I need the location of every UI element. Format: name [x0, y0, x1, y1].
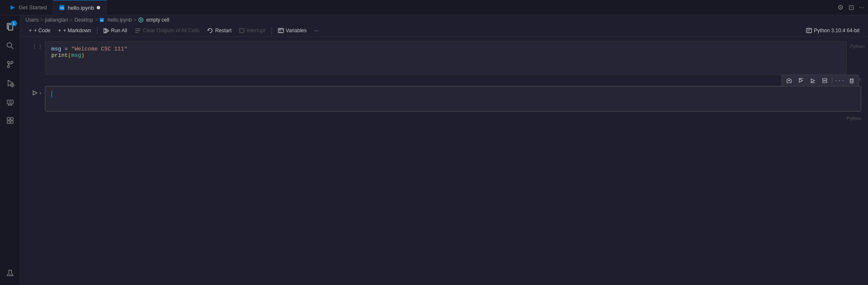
activity-lab[interactable] [2, 265, 19, 282]
cell-1-content[interactable]: msg = "Welcome CSC 111" print(msg) [45, 41, 847, 75]
files-badge: 1 [11, 20, 17, 26]
activity-run-debug[interactable] [2, 75, 19, 92]
main-container: 1 [0, 15, 868, 285]
toolbar-sep-2 [272, 27, 272, 34]
search-icon [6, 42, 14, 50]
add-markdown-icon: + [58, 28, 61, 34]
toolbar-more-icon: ··· [314, 28, 319, 34]
cell-more-icon: ··· [834, 78, 844, 84]
activity-remote[interactable] [2, 93, 19, 110]
cell-1-line-1: msg = "Welcome CSC 111" [51, 46, 840, 52]
breadcrumb-cell[interactable]: empty cell [146, 17, 169, 23]
svg-rect-34 [135, 30, 140, 31]
run-all-button[interactable]: Run All [100, 26, 131, 35]
cell-1-paren-open: ( [68, 52, 71, 59]
cell-2-wrapper: ▾ [20, 85, 868, 112]
cell-2-toolbar: ··· [781, 75, 859, 87]
variables-icon [278, 28, 284, 34]
svg-rect-21 [7, 121, 10, 123]
run-cell-above-btn[interactable] [795, 76, 806, 85]
svg-line-5 [11, 47, 13, 49]
source-control-icon [6, 60, 14, 69]
tab-get-started-label: Get Started [19, 4, 47, 11]
run-above-btn[interactable] [784, 76, 795, 85]
split-cell-icon [822, 78, 828, 84]
svg-rect-33 [135, 28, 140, 29]
svg-marker-44 [33, 91, 37, 95]
tab-hello-ipynb[interactable]: nb hello.ipynb [53, 0, 106, 15]
svg-point-24 [9, 274, 10, 275]
split-cell-btn[interactable] [819, 76, 830, 85]
kernel-selector[interactable]: Python 3.10.4 64-bit [803, 26, 863, 35]
activity-search[interactable] [2, 37, 19, 54]
breadcrumb-desktop[interactable]: Desktop [74, 17, 93, 23]
svg-rect-35 [135, 32, 139, 33]
add-code-label: + Code [34, 28, 50, 34]
breadcrumb-users[interactable]: Users [25, 17, 39, 23]
cell-2-content[interactable]: ··· [45, 86, 861, 112]
svg-rect-22 [11, 121, 13, 123]
delete-cell-btn[interactable] [846, 76, 857, 85]
cell-1-run[interactable]: [ ] [24, 41, 45, 49]
cell-1-line-2: print(msg) [51, 52, 840, 59]
cell-more-btn[interactable]: ··· [834, 76, 845, 85]
cell-1-paren-close: ) [81, 52, 84, 59]
breadcrumb-sep-2: > [70, 17, 73, 23]
cell-breadcrumb-icon [138, 17, 143, 22]
cell-1-wrapper: [ ] msg = "Welcome CSC 111" print(msg) P… [20, 40, 868, 76]
cell-1-op: = [64, 46, 71, 52]
variables-button[interactable]: Variables [274, 26, 310, 35]
restart-button[interactable]: Restart [204, 26, 235, 35]
breadcrumb-jialiangtan[interactable]: jialiangtan [45, 17, 68, 23]
add-markdown-button[interactable]: + + Markdown [55, 26, 95, 35]
layout-icon[interactable]: ⊡ [848, 3, 854, 11]
breadcrumb-notebook[interactable]: hello.ipynb [107, 17, 132, 23]
activity-extensions[interactable] [2, 112, 19, 129]
add-code-button[interactable]: + + Code [25, 26, 54, 35]
tab-get-started[interactable]: Get Started [3, 0, 53, 15]
interrupt-label: Interrupt [246, 28, 266, 34]
delete-cell-icon [849, 78, 854, 84]
restart-label: Restart [215, 28, 232, 34]
interrupt-icon [239, 28, 244, 33]
interrupt-button[interactable]: Interrupt [236, 26, 269, 35]
run-cell-above-icon [798, 78, 804, 84]
kernel-icon [806, 28, 812, 34]
vscode-icon [9, 4, 16, 11]
breadcrumb-sep-4: > [134, 17, 137, 23]
add-markdown-label: + Markdown [63, 28, 91, 34]
notebook-toolbar: + + Code + + Markdown Run All [20, 25, 868, 37]
add-code-icon: + [29, 28, 32, 34]
svg-marker-46 [788, 80, 790, 81]
more-icon[interactable]: ··· [859, 4, 865, 11]
run-cell-below-btn[interactable] [807, 76, 818, 85]
cell-1-footer: Python [850, 41, 865, 49]
svg-point-7 [7, 66, 9, 68]
tab-bar-controls: ⚙ ⊡ ··· [837, 3, 865, 11]
svg-rect-51 [823, 78, 827, 80]
breadcrumb-sep-1: > [40, 17, 43, 23]
cell-2-run-btn[interactable]: ▾ [24, 86, 45, 95]
kernel-label: Python 3.10.4 64-bit [814, 28, 860, 34]
svg-text:nb: nb [60, 6, 64, 10]
run-debug-icon [6, 79, 14, 87]
variables-label: Variables [286, 28, 307, 34]
svg-rect-52 [823, 81, 827, 83]
cell-2-lang-bottom: Python [847, 116, 861, 121]
svg-rect-20 [11, 117, 13, 120]
settings-icon[interactable]: ⚙ [837, 3, 843, 11]
toolbar-right: Python 3.10.4 64-bit [803, 26, 863, 35]
svg-marker-47 [799, 79, 803, 82]
cell-2-run[interactable]: ▾ [32, 89, 42, 95]
activity-files[interactable]: 1 [2, 19, 19, 36]
svg-rect-38 [278, 28, 283, 33]
activity-source-control[interactable] [2, 56, 19, 73]
svg-rect-18 [9, 101, 11, 103]
toolbar-more-button[interactable]: ··· [311, 26, 322, 35]
cell-1-lang: Python [850, 44, 865, 49]
run-all-icon [104, 28, 109, 34]
lab-icon [6, 269, 14, 277]
run-chevron: ▾ [39, 91, 42, 95]
clear-outputs-button[interactable]: Clear Outputs of All Cells [132, 26, 203, 35]
run-all-label: Run All [111, 28, 127, 34]
